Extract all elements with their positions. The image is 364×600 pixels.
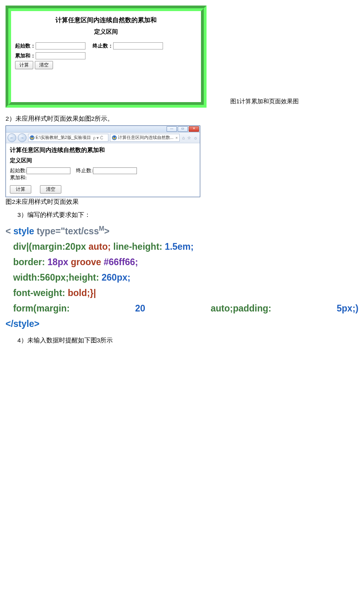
sum-input[interactable] [36,52,85,59]
unstyled-subtitle: 定义区间 [10,157,196,164]
item-4: 4）未输入数据时提醒如下图3所示 [6,336,358,345]
window-titlebar: — ▭ ✕ [6,126,200,133]
start-label: 起始数： [15,42,36,51]
figure1-row: 计算任意区间内连续自然数的累加和 定义区间 起始数： 终止数： 累加和： 计算 … [6,6,358,108]
address-text: E:\实验教材_第2版_实验项目 [36,135,91,141]
address-bar[interactable]: E:\实验教材_第2版_实验项目 ρ ▾ Ċ [28,134,108,142]
tab-title: 计算任意区间内连续自然数... [118,135,174,141]
clear-button[interactable]: 清空 [40,185,61,194]
browser-window: — ▭ ✕ ← → E:\实验教材_第2版_实验项目 ρ ▾ Ċ 计算任意区间内… [6,125,200,197]
panel-title: 计算任意区间内连续自然数的累加和 [15,16,197,25]
sum-label: 累加和： [15,51,36,61]
row-start-end: 起始数： 终止数： [15,42,197,51]
search-hint: ρ ▾ Ċ [93,135,103,140]
end-input[interactable] [113,42,163,49]
toolbar-icons: ⌂ ☆ ☼ [181,135,198,141]
panel-subtitle: 定义区间 [15,27,197,36]
end-label: 终止数： [93,42,113,51]
paragraph-2: 2）未应用样式时页面效果如图2所示。 [6,115,358,123]
row-sum: 累加和： [15,51,197,61]
browser-content: 计算任意区间内连续自然数的累加和 定义区间 起始数: 终止数: 累加和: 计算 … [6,143,200,197]
browser-toolbar: ← → E:\实验教材_第2版_实验项目 ρ ▾ Ċ 计算任意区间内连续自然数.… [6,133,200,143]
calc-button[interactable]: 计算 [15,61,33,69]
ie-icon [112,135,117,140]
browser-tab[interactable]: 计算任意区间内连续自然数... × [110,134,180,142]
styled-form-panel: 计算任意区间内连续自然数的累加和 定义区间 起始数： 终止数： 累加和： 计算 … [6,6,207,108]
end-label: 终止数: [76,167,93,174]
figure2-caption: 图2未应用样式时页面效果 [6,198,358,206]
start-label: 起始数: [10,167,27,174]
end-input[interactable] [93,167,137,174]
css-code-block: < style type="text/cssM> div|(margin:20p… [6,223,358,332]
start-input[interactable] [36,42,85,49]
clear-button[interactable]: 清空 [35,61,53,69]
figure1-caption: 图1计算累加和页面效果图 [230,98,299,108]
home-icon[interactable]: ⌂ [182,135,185,141]
maximize-icon[interactable]: ▭ [178,126,188,132]
start-input[interactable] [27,167,70,174]
item-3: 3）编写的样式要求如下： [6,211,358,219]
favorite-icon[interactable]: ☆ [187,135,191,141]
ie-icon [30,135,34,140]
forward-icon[interactable]: → [18,133,27,142]
sum-label: 累加和: [10,175,27,181]
minimize-icon[interactable]: — [167,126,177,132]
gear-icon[interactable]: ☼ [193,135,197,141]
unstyled-title: 计算任意区间内连续自然数的累加和 [10,146,196,154]
close-icon[interactable]: ✕ [189,126,199,132]
back-icon[interactable]: ← [8,133,16,142]
tab-close-icon[interactable]: × [175,136,178,140]
calc-button[interactable]: 计算 [10,185,31,194]
